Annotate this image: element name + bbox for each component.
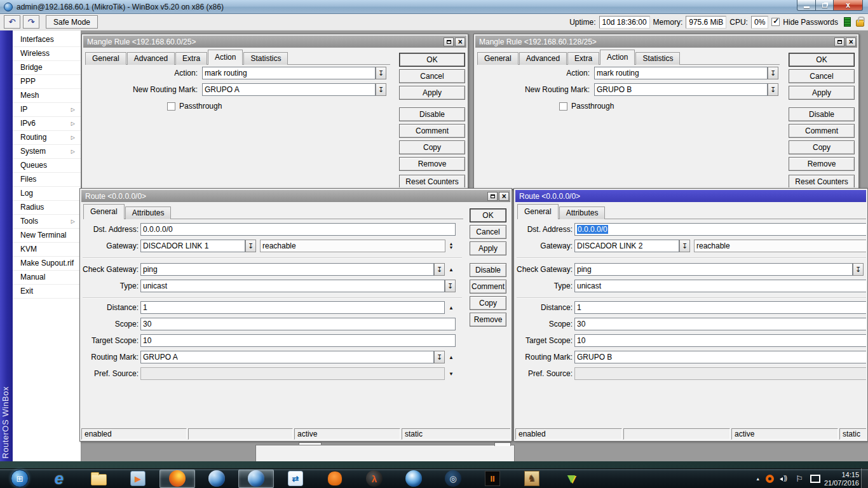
winbox-icon[interactable] bbox=[199, 470, 234, 488]
dialog-button[interactable]: Disable bbox=[789, 107, 855, 121]
tab[interactable]: Attributes bbox=[559, 207, 606, 219]
new-routing-mark-dropdown-icon[interactable] bbox=[376, 83, 386, 96]
dialog-button[interactable]: Remove bbox=[399, 157, 465, 171]
type-field[interactable]: unicast bbox=[140, 280, 445, 292]
dialog-button[interactable]: Comment bbox=[470, 280, 506, 294]
type-field[interactable]: unicast bbox=[574, 280, 866, 292]
scope-field[interactable]: 30 bbox=[140, 318, 456, 330]
sidebar-item[interactable]: Mesh bbox=[13, 89, 81, 103]
sidebar-item[interactable]: Files bbox=[13, 173, 81, 187]
google-earth-icon[interactable] bbox=[396, 470, 431, 488]
dialog-button[interactable]: Remove bbox=[470, 313, 506, 327]
dialog-button[interactable]: Comment bbox=[399, 124, 465, 138]
dialog-button[interactable]: Disable bbox=[470, 263, 506, 277]
dialog-button[interactable]: Copy bbox=[399, 140, 465, 154]
action-dropdown-icon[interactable] bbox=[768, 67, 778, 79]
tray-clock[interactable]: 14:15 21/07/2016 bbox=[824, 471, 859, 487]
steam-icon[interactable]: ◎ bbox=[435, 470, 471, 488]
game-icon[interactable]: ♞ bbox=[514, 470, 550, 488]
gateway-dropdown-icon[interactable] bbox=[679, 240, 690, 252]
check-gateway-collapse-icon[interactable] bbox=[447, 263, 456, 276]
sidebar-item[interactable]: KVM bbox=[13, 243, 81, 257]
pref-source-expand-icon[interactable] bbox=[447, 367, 456, 380]
winbox-active-icon[interactable] bbox=[238, 470, 274, 488]
check-gateway-field[interactable]: ping bbox=[574, 263, 853, 276]
gateway-dropdown-icon[interactable] bbox=[245, 240, 256, 252]
action-dropdown-icon[interactable] bbox=[376, 67, 386, 79]
routing-mark-field[interactable]: GRUPO B bbox=[574, 351, 866, 363]
action-field[interactable]: mark routing bbox=[202, 67, 376, 79]
redo-button[interactable]: ↷ bbox=[23, 15, 39, 29]
main-titlebar[interactable]: admin@192.168.60.1 (MikroTik) - WinBox v… bbox=[0, 0, 868, 14]
start-button[interactable]: ⊞ bbox=[2, 470, 37, 488]
maximize-button[interactable] bbox=[834, 37, 844, 46]
action-center-flag-icon[interactable]: ⚐ bbox=[796, 474, 803, 484]
dialog-button[interactable]: Apply bbox=[470, 241, 506, 255]
sidebar-item[interactable]: Radius bbox=[13, 201, 81, 215]
sidebar-item[interactable]: Exit bbox=[13, 285, 81, 299]
check-gateway-field[interactable]: ping bbox=[140, 263, 434, 276]
avira-tray-icon[interactable] bbox=[766, 475, 774, 483]
sidebar-item[interactable]: Tools bbox=[13, 215, 81, 229]
sidebar-item[interactable]: New Terminal bbox=[13, 229, 81, 243]
maximize-button[interactable] bbox=[487, 192, 498, 201]
target-scope-field[interactable]: 10 bbox=[140, 334, 456, 347]
sidebar-item[interactable]: Interfaces bbox=[13, 33, 81, 47]
tab[interactable]: Advanced bbox=[519, 52, 567, 65]
windows-explorer-icon[interactable] bbox=[81, 470, 116, 488]
pref-source-field[interactable] bbox=[574, 367, 866, 380]
target-scope-field[interactable]: 10 bbox=[574, 334, 866, 347]
restore-button[interactable] bbox=[816, 0, 834, 11]
halflife-icon[interactable]: λ bbox=[356, 470, 392, 488]
hidden-icons-chevron[interactable]: ▲ bbox=[756, 477, 760, 481]
dialog-button[interactable]: Reset Counters bbox=[399, 175, 465, 187]
tab[interactable]: Action bbox=[208, 50, 243, 65]
passthrough-checkbox[interactable] bbox=[167, 102, 175, 111]
type-dropdown-icon[interactable] bbox=[445, 280, 456, 292]
dst-address-field[interactable]: 0.0.0.0/0 bbox=[574, 223, 866, 236]
dialog-button[interactable]: Apply bbox=[789, 86, 855, 100]
dialog-button[interactable]: Apply bbox=[399, 86, 465, 100]
sidebar-item[interactable]: PPP bbox=[13, 75, 81, 89]
sidebar-item[interactable]: Make Supout.rif bbox=[13, 257, 81, 271]
tab[interactable]: Advanced bbox=[127, 52, 175, 65]
dialog-button[interactable]: Cancel bbox=[470, 225, 506, 239]
network-icon[interactable] bbox=[809, 475, 818, 483]
tab[interactable]: Extra bbox=[567, 52, 599, 65]
tab[interactable]: General bbox=[85, 52, 126, 65]
tab[interactable]: Statistics bbox=[635, 52, 680, 65]
dialog-button[interactable]: Disable bbox=[399, 107, 465, 121]
scope-field[interactable]: 30 bbox=[574, 318, 866, 330]
sidebar-item[interactable]: Bridge bbox=[13, 61, 81, 75]
tab[interactable]: General bbox=[83, 204, 125, 219]
sidebar-item[interactable]: Routing bbox=[13, 131, 81, 145]
dialog-button[interactable]: OK bbox=[789, 53, 855, 67]
dst-address-field[interactable]: 0.0.0.0/0 bbox=[140, 223, 456, 236]
distance-collapse-icon[interactable] bbox=[447, 301, 456, 314]
new-routing-mark-field[interactable]: GRUPO A bbox=[202, 83, 376, 96]
vuze-icon[interactable]: ▼ bbox=[553, 470, 589, 488]
tab[interactable]: Attributes bbox=[125, 207, 172, 219]
safe-mode-button[interactable]: Safe Mode bbox=[46, 15, 98, 29]
tab[interactable]: Statistics bbox=[243, 52, 288, 65]
internet-explorer-icon[interactable]: e bbox=[41, 470, 77, 488]
routing-mark-collapse-icon[interactable] bbox=[447, 351, 456, 363]
routing-mark-field[interactable]: GRUPO A bbox=[140, 351, 434, 363]
hide-passwords-checkbox[interactable] bbox=[771, 18, 780, 26]
hand-app-icon[interactable] bbox=[317, 470, 353, 488]
gateway-spinner-icon[interactable] bbox=[447, 240, 456, 252]
sidebar-item[interactable]: IPv6 bbox=[13, 117, 81, 131]
gateway-field[interactable]: DISCADOR LINK 2 bbox=[574, 240, 679, 252]
close-button[interactable] bbox=[455, 37, 465, 46]
close-button[interactable] bbox=[846, 37, 856, 46]
close-button[interactable] bbox=[499, 192, 509, 201]
dialog-button[interactable]: Reset Counters bbox=[789, 175, 855, 187]
distance-field[interactable]: 1 bbox=[574, 301, 866, 314]
gateway-field[interactable]: DISCADOR LINK 1 bbox=[140, 240, 245, 252]
sidebar-item[interactable]: Log bbox=[13, 187, 81, 201]
volume-icon[interactable] bbox=[780, 475, 790, 484]
distance-field[interactable]: 1 bbox=[140, 301, 445, 314]
dialog-titlebar[interactable]: Mangle Rule <192.168.60.0/25> bbox=[83, 36, 466, 48]
dialog-button[interactable]: OK bbox=[399, 53, 465, 67]
check-gateway-dropdown-icon[interactable] bbox=[853, 263, 864, 276]
